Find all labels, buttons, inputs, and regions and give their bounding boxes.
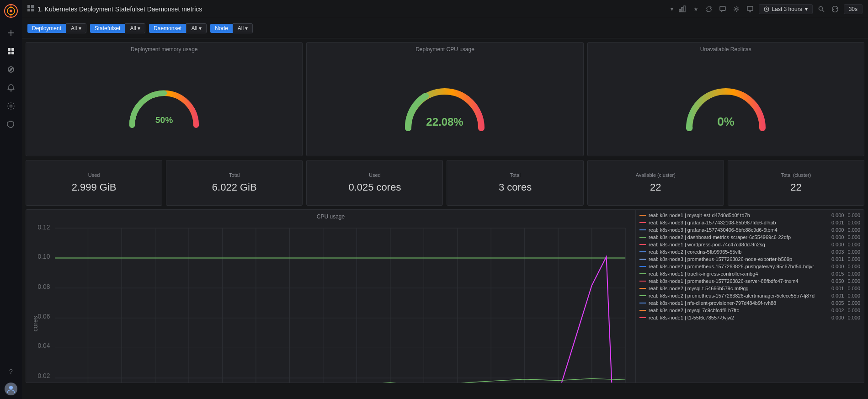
stat-total-cluster-value: 22 [790,181,801,193]
chart-panel-cpu: CPU usage 0.12 0.10 0.08 0.06 0.04 0.02 … [26,209,864,383]
legend-series-name: real: k8s-node3 | prometheus-1577263826-… [649,256,828,262]
monitor-icon-btn[interactable] [745,4,755,14]
legend-series-name: real: k8s-node2 | prometheus-1577263826-… [649,293,828,298]
legend-val1: 0.001 [831,220,844,225]
topbar: 1. Kubernetes Deployment Statefulset Dae… [22,0,868,18]
user-avatar[interactable] [5,383,17,395]
svg-text:0.02: 0.02 [37,372,50,379]
sidebar-item-shield[interactable] [4,117,18,132]
legend-area: real: k8s-node1 | mysqlt-est-d47d0d5d0f-… [635,210,864,383]
legend-series-name: real: k8s-node3 | grafana-1577432108-65b… [649,220,828,225]
sidebar: ? [0,0,22,399]
legend-item: real: k8s-node1 | t1-55f6c78557-9vjw2 0.… [636,314,864,321]
legend-series-name: real: k8s-node1 | mysqlt-est-d47d0d5d0f-… [649,213,828,218]
share-icon-btn[interactable] [704,4,714,14]
legend-val1: 0.003 [831,249,844,255]
refresh-interval[interactable]: 30s [844,4,863,14]
svg-point-2 [10,10,12,12]
svg-rect-6 [11,48,14,51]
stats-row: Used 2.999 GiB Total 6.022 GiB Used 0.02… [26,160,864,206]
stat-total-cluster-label: Total (cluster) [781,172,811,178]
chart-area: CPU usage 0.12 0.10 0.08 0.06 0.04 0.02 … [26,210,635,383]
dashboard-title: 1. Kubernetes Deployment Statefulset Dae… [37,5,667,13]
search-icon-btn[interactable] [816,4,826,14]
legend-item: real: k8s-node2 | mysql-7c9cbfcdf8-b7ftc… [636,307,864,314]
sidebar-item-add[interactable] [4,26,18,40]
legend-series-name: real: k8s-node2 | coredns-5fb99965-55vlb [649,249,828,255]
legend-val2: 0.000 [847,308,860,313]
filter-node-value[interactable]: All ▾ [233,23,253,33]
sidebar-item-dashboard[interactable] [4,44,18,59]
svg-rect-7 [8,52,11,54]
legend-val1: 0.002 [831,308,844,313]
filter-bar: Deployment All ▾ Statefulset All ▾ Daemo… [22,18,868,38]
svg-line-24 [822,10,824,12]
sidebar-item-alerts[interactable] [4,80,18,95]
svg-text:cores: cores [32,316,39,331]
gauge-replicas-container: 0% [588,54,864,156]
legend-series-name: real: k8s-node2 | dashboard-metrics-scra… [649,234,828,240]
sidebar-bottom: ? [4,364,18,395]
main-content: 1. Kubernetes Deployment Statefulset Dae… [22,0,868,399]
legend-item: real: k8s-node1 | wordpress-pod-74c47cd8… [636,241,864,248]
stat-used-mem-value: 2.999 GiB [72,181,117,193]
legend-color-swatch [639,229,646,230]
chevron-down-icon[interactable]: ▾ [671,6,673,12]
sidebar-item-settings[interactable] [4,99,18,113]
svg-rect-13 [31,5,34,8]
filter-daemonset-value[interactable]: All ▾ [186,23,207,33]
panel-cpu-title: Deployment CPU usage [307,43,583,54]
legend-color-swatch [639,251,646,252]
stat-total-cpu-value: 3 cores [499,181,532,193]
legend-val2: 0.000 [847,264,860,269]
grafana-logo[interactable] [4,4,18,18]
sidebar-item-help[interactable]: ? [4,364,18,379]
legend-color-swatch [639,281,646,282]
legend-color-swatch [639,273,646,274]
filter-statefulset-label: Statefulset [90,24,125,33]
time-range-picker[interactable]: Last 3 hours ▾ [759,4,813,14]
legend-series-name: real: k8s-node1 | wordpress-pod-74c47cd8… [649,242,828,247]
legend-val2: 0.000 [847,227,860,233]
svg-text:0.04: 0.04 [37,342,50,349]
sidebar-item-explore[interactable] [4,62,18,77]
legend-val1: 0.000 [831,315,844,320]
legend-item: real: k8s-node1 | mysqlt-est-d47d0d5d0f-… [636,212,864,219]
filter-statefulset-value[interactable]: All ▾ [125,23,145,33]
star-icon-btn[interactable]: ★ [692,4,700,14]
svg-text:0.06: 0.06 [37,313,50,320]
chart-icon-btn[interactable] [677,4,688,15]
gauge-cpu-container: 22.08% [307,54,583,156]
legend-val2: 0.000 [847,300,860,306]
legend-item: real: k8s-node2 | prometheus-1577263826-… [636,292,864,299]
legend-series-name: real: k8s-node1 | prometheus-1577263826-… [649,278,828,284]
legend-series-name: real: k8s-node2 | mysql-t-54666b579c-mt9… [649,286,828,291]
chart-title: CPU usage [30,213,632,220]
legend-color-swatch [639,237,646,238]
svg-rect-14 [27,9,30,11]
svg-rect-19 [720,6,725,11]
legend-val1: 0.000 [831,264,844,269]
legend-color-swatch [639,222,646,223]
legend-item: real: k8s-node2 | mysql-t-54666b579c-mt9… [636,285,864,292]
comment-icon-btn[interactable] [718,4,728,14]
refresh-icon-btn[interactable] [830,4,840,14]
legend-color-swatch [639,317,646,318]
svg-rect-8 [11,52,14,54]
svg-rect-15 [31,9,34,11]
panel-replicas-gauge: Unavailable Replicas [587,42,864,156]
legend-series-name: real: k8s-node1 | nfs-client-provisioner… [649,300,828,306]
legend-val2: 0.000 [847,271,860,277]
stat-total-mem-label: Total [229,172,240,178]
legend-color-swatch [639,288,646,289]
panel-replicas-title: Unavailable Replicas [588,43,864,54]
legend-color-swatch [639,266,646,267]
grid-icon [27,5,34,13]
svg-rect-12 [27,5,30,8]
filter-node-label: Node [210,24,233,33]
legend-color-swatch [639,310,646,311]
legend-item: real: k8s-node2 | coredns-5fb99965-55vlb… [636,248,864,255]
filter-deployment-value[interactable]: All ▾ [66,23,86,33]
svg-text:0.12: 0.12 [37,223,50,231]
settings-icon-btn[interactable] [731,4,741,14]
